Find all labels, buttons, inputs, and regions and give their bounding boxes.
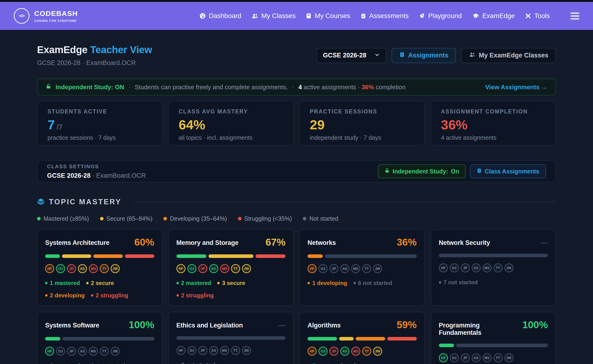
student-avatar[interactable]: TT [100,264,109,273]
class-select[interactable]: GCSE 2026-28 [316,48,386,63]
topic-card[interactable]: Programming Fundamentals 100% HFOJJPASMS… [431,312,556,364]
users-icon [251,13,258,19]
student-avatar[interactable]: JW [373,347,382,356]
student-avatar[interactable]: OJ [187,264,196,273]
student-avatar[interactable]: JP [67,264,76,273]
assignments-button[interactable]: Assignments [392,48,456,63]
student-avatar[interactable]: MS [89,264,98,273]
student-avatar[interactable]: TT [494,353,502,362]
student-avatar[interactable]: JW [504,263,514,273]
stat-value-suffix: /7 [57,124,62,130]
student-avatar[interactable]: HF [45,347,54,356]
mastery-progress-bar [308,337,417,340]
student-avatar[interactable]: MS [351,264,360,273]
stat-label: PRACTICE SESSIONS [310,108,415,115]
student-avatars-row: HFOJJPASMSTTJW [177,346,286,355]
nav-item-tools[interactable]: Tools [525,12,550,20]
student-avatar[interactable]: OJ [450,353,459,362]
student-avatar[interactable]: JP [461,263,470,273]
status-counts-row: 7 not started [177,362,286,364]
student-avatar[interactable]: OJ [450,263,459,273]
topic-card[interactable]: Algorithms 59% HFOJJPASMSTTJW 2 mastered… [299,312,425,364]
student-avatar[interactable]: HF [308,347,316,356]
nav-item-my-classes[interactable]: My Classes [251,12,296,20]
student-avatar[interactable]: JP [198,346,207,355]
brand-logo[interactable]: </> CODEBASH CODING FOR EVERYONE [14,8,78,24]
nav-item-assessments[interactable]: Assessments [360,12,409,20]
bar-segment-struggling [125,254,154,258]
topic-card[interactable]: Memory and Storage 67% HFOJJPASMSTTJW 2 … [168,229,294,306]
student-avatar[interactable]: MS [89,347,98,356]
student-avatar[interactable]: HF [45,264,54,273]
student-avatar[interactable]: AS [340,264,349,273]
student-avatar[interactable]: AS [472,263,481,273]
student-avatar[interactable]: JP [461,353,470,362]
student-avatar[interactable]: JW [373,264,382,273]
chevron-down-icon [375,52,380,59]
student-avatar[interactable]: JW [504,353,514,362]
student-avatar[interactable]: AS [209,346,218,355]
topic-card[interactable]: Networks 36% HFOJJPASMSTTJW 1 developing… [299,229,425,306]
student-avatar[interactable]: JW [111,347,120,356]
student-avatars-row: HFOJJPASMSTTJW [439,353,548,362]
brand-tagline: CODING FOR EVERYONE [34,19,78,23]
menu-button[interactable] [571,13,579,20]
topic-card[interactable]: Systems Architecture 60% HFOJJPASMSTTJW … [37,229,162,306]
mastery-progress-bar [308,254,417,258]
student-avatar[interactable]: OJ [187,346,196,355]
student-avatar[interactable]: HF [177,264,185,273]
student-avatars-row: HFOJJPASMSTTJW [308,347,417,356]
student-avatar[interactable]: TT [100,347,109,356]
nav-label: Assessments [369,12,409,20]
student-avatar[interactable]: JP [329,264,338,273]
nav-item-dashboard[interactable]: Dashboard [199,12,241,20]
student-avatar[interactable]: OJ [56,347,65,356]
student-avatar[interactable]: MS [220,346,229,355]
student-avatar[interactable]: TT [231,264,240,273]
student-avatar[interactable]: HF [177,346,185,355]
student-avatar[interactable]: JP [67,347,76,356]
student-avatar[interactable]: OJ [56,264,65,273]
student-avatar[interactable]: JW [242,264,251,273]
student-avatar[interactable]: JW [111,264,120,273]
student-avatar[interactable]: TT [362,264,371,273]
student-avatar[interactable]: AS [78,264,87,273]
bar-segment-mastered [45,254,60,258]
independent-study-toggle[interactable]: Independent Study: On [378,164,466,178]
student-avatar[interactable]: OJ [318,347,328,356]
status-count: 1 secure [349,362,376,364]
student-avatars-row: HFOJJPASMSTTJW [45,264,154,273]
page-title: ExamEdge Teacher View [37,44,152,56]
topic-card[interactable]: Ethics and Legislation — HFOJJPASMSTTJW … [168,312,294,364]
student-avatar[interactable]: MS [483,263,492,273]
student-avatar[interactable]: HF [439,263,448,273]
view-assignments-link[interactable]: View Assignments → [485,84,547,91]
student-avatar[interactable]: MS [351,347,360,356]
legend-label: Secure (65–84%) [106,215,153,222]
student-avatar[interactable]: OJ [318,264,328,273]
student-avatar[interactable]: TT [362,347,371,356]
student-avatar[interactable]: TT [231,346,240,355]
nav-item-playground[interactable]: Playground [419,12,462,20]
student-avatar[interactable]: AS [472,353,481,362]
student-avatar[interactable]: AS [209,264,218,273]
class-assignments-button[interactable]: Class Assignments [470,164,546,178]
student-avatar[interactable]: HF [439,353,448,362]
nav-item-examedge[interactable]: ExamEdge [472,12,515,20]
topic-card[interactable]: Network Security — HFOJJPASMSTTJW 7 not … [431,229,556,306]
student-avatar[interactable]: JW [242,346,251,355]
student-avatar[interactable]: HF [308,264,316,273]
student-avatar[interactable]: JP [329,347,338,356]
nav-item-my-courses[interactable]: My Courses [306,12,350,20]
student-avatar[interactable]: JP [198,264,207,273]
topic-title: Memory and Storage [177,237,239,247]
student-avatar[interactable]: MS [220,264,229,273]
student-avatar[interactable]: AS [78,347,87,356]
legend-label: Not started [309,215,338,222]
topic-card[interactable]: Systems Software 100% HFOJJPASMSTTJW 1 m… [37,312,162,364]
student-avatar[interactable]: MS [483,353,492,362]
student-avatar[interactable]: AS [340,347,349,356]
my-examedge-classes-button[interactable]: My ExamEdge Classes [461,48,556,63]
layers-icon [37,198,45,206]
student-avatar[interactable]: TT [494,263,502,273]
